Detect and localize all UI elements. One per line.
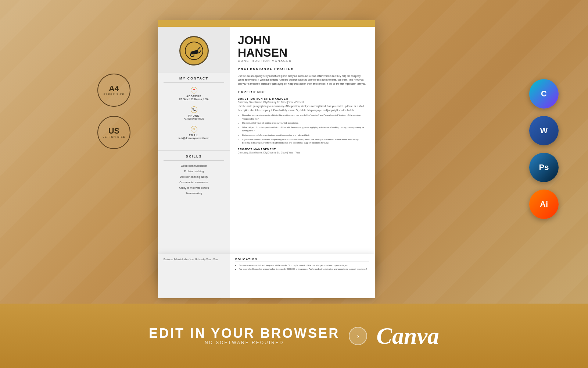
banner-arrow[interactable]: › [349,327,367,345]
job2-company: Company, State Name, City/Country Zip Co… [238,151,367,154]
us-badge: US LETTER SIZE [97,116,130,149]
second-bullet-2: For example: Exceeded annual sales forec… [239,268,369,271]
banner-main-text: EDIT IN YOUR BROWSER [149,327,340,340]
bottom-banner[interactable]: EDIT IN YOUR BROWSER NO SOFTWARE REQUIRE… [0,304,588,368]
resume-job-title: CONSTRUCTION MANAGER [238,59,367,63]
a4-text: A4 [109,85,119,93]
sidebar-contact: MY CONTACT 📍 ADDRESS 07 Street, Californ… [158,73,230,149]
address-contact-item: 📍 ADDRESS 07 Street, California, USA [164,87,224,101]
logo-circle [179,36,209,66]
banner-sub-text: NO SOFTWARE REQUIRED [205,340,284,345]
us-sub: LETTER SIZE [103,135,125,138]
word-icon-text: W [540,126,548,135]
phone-icon: 📞 [191,106,197,113]
skill-5: Ability to motivate others [164,186,224,190]
resume-top-bar [158,20,375,27]
a4-badge: A4 PAPER SIZE [97,74,130,107]
skill-2: Problem solving [164,170,224,173]
logo-icon [185,42,203,60]
second-page-main: EDUCATION Numbers are essential and jump… [230,254,375,298]
address-value: 07 Street, California, USA [164,98,224,101]
resume-name-line2: HANSEN [238,47,367,59]
job1-bullets: Describe your achievements while in this… [238,114,367,145]
bullet-3: What did you do in this position that co… [242,126,367,133]
canva-icon[interactable]: C [529,79,559,109]
resume-name-line1: JOHN [238,34,367,46]
bullet-4: List any accomplishments that are most i… [242,134,367,137]
resume-sidebar: MY CONTACT 📍 ADDRESS 07 Street, Californ… [158,27,230,278]
second-sidebar-text: Business Administration Your University … [164,258,224,261]
size-badges: A4 PAPER SIZE US LETTER SIZE [97,74,130,149]
profile-text: Use this area to quickly sell yourself a… [238,74,367,86]
bullet-5: If you have specific numbers to quantify… [242,138,367,145]
second-section-title: EDUCATION [235,258,369,262]
app-icons: C W Ps Ai [529,79,559,219]
resume-body: MY CONTACT 📍 ADDRESS 07 Street, Californ… [158,27,375,278]
second-page-body: Business Administration Your University … [158,254,375,298]
skill-4: Commercial awareness [164,181,224,184]
ps-icon-text: Ps [539,163,549,172]
phone-value: +1(555) 685 9735 [164,117,224,121]
second-bullet-1: Numbers are essential and jump out at th… [239,264,369,268]
resume-document: MY CONTACT 📍 ADDRESS 07 Street, Californ… [158,20,375,278]
profile-section-title: PROFESSIONAL PROFILE [238,67,367,72]
email-icon: ✉ [191,126,197,132]
canva-icon-text: C [541,89,547,99]
address-label: ADDRESS [164,95,224,98]
skill-6: Teamworking [164,192,224,195]
sidebar-skills: SKILLS Good communication Problem solvin… [158,151,230,201]
job2-title: PROJECT MANAGEMENT [238,148,367,151]
resume-main: JOHN HANSEN CONSTRUCTION MANAGER PROFESS… [230,27,375,278]
experience-section-title: EXPERIENCE [238,90,367,95]
address-icon: 📍 [191,87,197,93]
skill-1: Good communication [164,164,224,167]
illustrator-icon[interactable]: Ai [529,190,559,219]
sidebar-logo-area [158,27,230,73]
email-label: EMAIL [164,134,224,137]
a4-sub: PAPER SIZE [104,93,125,96]
skills-heading: SKILLS [164,155,224,160]
us-text: US [108,127,120,135]
skill-3: Decision-making ability [164,175,224,178]
job1-company: Company, State Name, City/Country Zip Co… [238,101,367,103]
contact-heading: MY CONTACT [164,77,224,82]
banner-text-area: EDIT IN YOUR BROWSER NO SOFTWARE REQUIRE… [149,327,340,345]
bullet-1: Describe your achievements while in this… [242,114,367,121]
job1-title: CONSTRUCTION SITE MANAGER [238,98,367,100]
photoshop-icon[interactable]: Ps [529,153,559,182]
job1-desc: Use this main paragraph to give a summar… [238,105,367,112]
email-value: info@domainyourmail.com [164,137,224,140]
second-bullets: Numbers are essential and jump out at th… [235,264,369,271]
bullet-2: Do not just list your job duties or copy… [242,121,367,125]
ai-icon-text: Ai [540,199,548,209]
resume-second-page: Business Administration Your University … [158,254,375,298]
second-page-sidebar: Business Administration Your University … [158,254,230,298]
word-icon[interactable]: W [529,116,559,145]
phone-label: PHONE [164,114,224,117]
email-contact-item: ✉ EMAIL info@domainyourmail.com [164,126,224,140]
banner-canva-text[interactable]: Canva [376,322,439,350]
phone-contact-item: 📞 PHONE +1(555) 685 9735 [164,106,224,121]
